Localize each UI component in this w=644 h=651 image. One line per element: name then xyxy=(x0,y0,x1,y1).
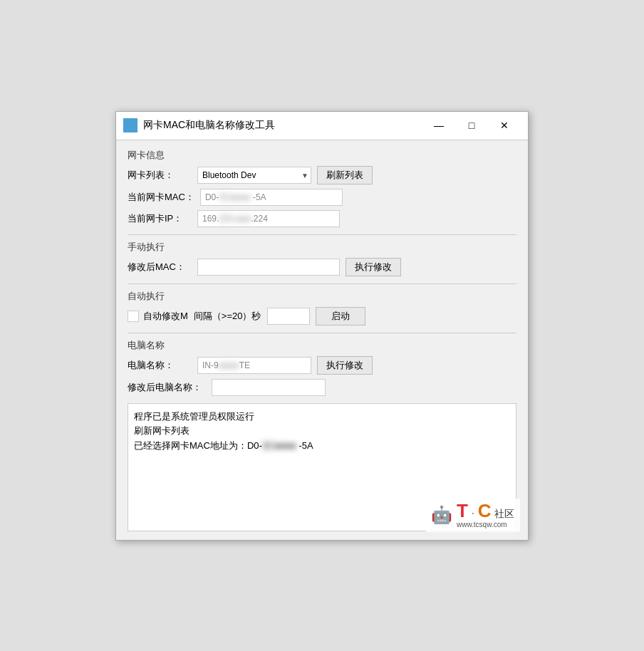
separator-3 xyxy=(128,333,516,333)
titlebar: 网卡MAC和电脑名称修改工具 — □ ✕ xyxy=(116,112,528,140)
minimize-button[interactable]: — xyxy=(422,115,455,136)
current-ip-label: 当前网卡IP： xyxy=(128,212,192,225)
auto-section: 自动执行 自动修改M 间隔（>=20）秒 启动 xyxy=(128,290,516,326)
interval-input[interactable] xyxy=(267,308,310,325)
watermark: 🤖 T · C 社区 www.tcsqw.com xyxy=(425,499,520,532)
new-name-row: 修改后电脑名称： xyxy=(128,379,516,396)
modify-mac-row: 修改后MAC： 执行修改 xyxy=(128,258,516,276)
computer-name-row: 电脑名称： IN-9●●●●TE 执行修改 xyxy=(128,356,516,375)
content-area: 网卡信息 网卡列表： Bluetooth Dev ▼ 刷新列表 当前网卡MAC：… xyxy=(116,140,528,540)
ip-blurred: 254.●●● xyxy=(219,214,251,224)
nic-list-row: 网卡列表： Bluetooth Dev ▼ 刷新列表 xyxy=(128,166,516,184)
watermark-c: C xyxy=(478,500,492,521)
mac-blurred: 3C●●●● xyxy=(219,192,250,202)
nic-section-title: 网卡信息 xyxy=(128,149,516,162)
nic-list-label: 网卡列表： xyxy=(128,169,192,182)
window-controls: — □ ✕ xyxy=(422,115,521,136)
current-mac-label: 当前网卡MAC： xyxy=(128,191,194,204)
start-button[interactable]: 启动 xyxy=(316,307,365,326)
watermark-dash: · xyxy=(471,506,474,520)
nic-section: 网卡信息 网卡列表： Bluetooth Dev ▼ 刷新列表 当前网卡MAC：… xyxy=(128,149,516,227)
watermark-community: 社区 xyxy=(494,508,514,519)
manual-section-title: 手动执行 xyxy=(128,241,516,254)
auto-checkbox-wrapper: 自动修改M xyxy=(128,310,188,323)
watermark-t: T xyxy=(457,500,468,521)
current-mac-row: 当前网卡MAC： D0-3C●●●● -5A xyxy=(128,189,516,206)
current-ip-row: 当前网卡IP： 169.254.●●●.224 xyxy=(128,210,516,227)
auto-row: 自动修改M 间隔（>=20）秒 启动 xyxy=(128,307,516,326)
watermark-letters: T · C 社区 xyxy=(457,501,514,521)
computer-name-section: 电脑名称 电脑名称： IN-9●●●●TE 执行修改 修改后电脑名称： xyxy=(128,339,516,396)
interval-label: 间隔（>=20）秒 xyxy=(194,310,261,323)
app-icon xyxy=(123,118,137,132)
computer-name-label: 电脑名称： xyxy=(128,359,192,372)
separator-2 xyxy=(128,283,516,284)
execute-mac-button[interactable]: 执行修改 xyxy=(346,258,401,276)
log-mac-blurred: 3C●●●● xyxy=(262,439,296,454)
computer-name-blurred: ●●●● xyxy=(219,360,239,370)
current-ip-value: 169.254.●●●.224 xyxy=(197,210,340,227)
nic-list-dropdown-wrapper: Bluetooth Dev ▼ xyxy=(197,167,311,184)
refresh-list-button[interactable]: 刷新列表 xyxy=(317,166,373,184)
watermark-brand: T · C 社区 www.tcsqw.com xyxy=(457,501,514,529)
watermark-site: www.tcsqw.com xyxy=(457,521,514,529)
close-button[interactable]: ✕ xyxy=(488,115,521,136)
log-line-2: 刷新网卡列表 xyxy=(134,424,510,439)
current-mac-value: D0-3C●●●● -5A xyxy=(200,189,343,206)
auto-checkbox-label: 自动修改M xyxy=(143,310,188,323)
execute-name-button[interactable]: 执行修改 xyxy=(317,356,373,375)
main-window: 网卡MAC和电脑名称修改工具 — □ ✕ 网卡信息 网卡列表： Bluetoot… xyxy=(115,111,529,541)
separator-1 xyxy=(128,234,516,235)
auto-section-title: 自动执行 xyxy=(128,290,516,303)
log-line-3: 已经选择网卡MAC地址为：D0-3C●●●● -5A xyxy=(134,439,510,454)
window-title: 网卡MAC和电脑名称修改工具 xyxy=(143,119,422,132)
manual-section: 手动执行 修改后MAC： 执行修改 xyxy=(128,241,516,276)
nic-list-select[interactable]: Bluetooth Dev xyxy=(197,167,311,184)
new-name-input[interactable] xyxy=(212,379,326,396)
maximize-button[interactable]: □ xyxy=(455,115,488,136)
computer-section-title: 电脑名称 xyxy=(128,339,516,352)
auto-checkbox[interactable] xyxy=(128,311,139,322)
modify-mac-label: 修改后MAC： xyxy=(128,261,192,274)
computer-name-value: IN-9●●●●TE xyxy=(197,357,311,374)
watermark-robot-icon: 🤖 xyxy=(431,505,452,525)
log-line-1: 程序已是系统管理员权限运行 xyxy=(134,410,510,425)
modify-mac-input[interactable] xyxy=(197,259,340,276)
new-name-label: 修改后电脑名称： xyxy=(128,381,206,394)
